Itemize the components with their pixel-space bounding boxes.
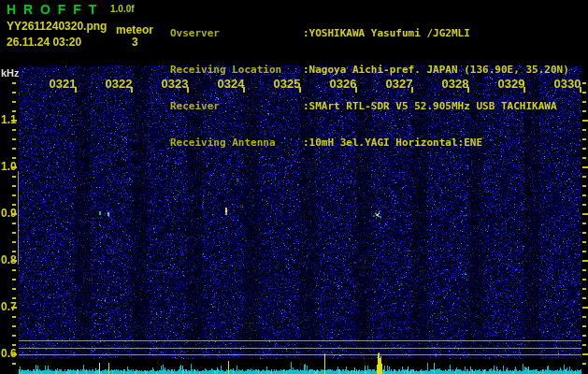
info-row-location: Receiving Location:Nagoya Aichi-pref. JA… xyxy=(170,64,569,76)
freq-tick-label: 0.9 xyxy=(1,207,17,220)
time-tick-label: 0326 xyxy=(330,77,357,91)
info-label: Receiving Location xyxy=(170,64,303,76)
info-row-observer: Ovserver:YOSHIKAWA Yasufumi /JG2MLI xyxy=(170,27,569,39)
info-label: Receiving Antenna xyxy=(170,137,303,149)
hrofft-window: H R O F F T 1.0.0f YY2611240320.png mete… xyxy=(0,0,588,374)
info-value: :YOSHIKAWA Yasufumi /JG2MLI xyxy=(303,27,470,39)
datetime-label: 26.11.24 03:20 xyxy=(7,36,81,49)
app-version: 1.0.0f xyxy=(110,4,135,14)
time-tick-label: 0328 xyxy=(442,77,469,91)
output-filename: YY2611240320.png xyxy=(7,20,107,33)
time-tick-label: 0323 xyxy=(162,77,189,91)
freq-tick-label: 1.0 xyxy=(1,160,17,173)
info-label: Receiver xyxy=(170,100,303,112)
info-label: Ovserver xyxy=(170,27,303,39)
time-tick-label: 0321 xyxy=(50,77,77,91)
mode-label: meteor xyxy=(116,23,153,36)
info-row-antenna: Receiving Antenna:10mH 3el.YAGI Horizont… xyxy=(170,137,569,149)
time-tick-label: 0327 xyxy=(386,77,413,91)
freq-tick-label: 0.6 xyxy=(1,347,17,360)
time-tick-label: 0329 xyxy=(498,77,525,91)
freq-axis-unit: kHz xyxy=(1,67,20,79)
freq-tick-label: 0.7 xyxy=(1,300,17,313)
time-tick-label: 0330 xyxy=(554,77,581,91)
info-row-receiver: Receiver:SMArt RTL-SDR V5 52.905MHz USB … xyxy=(170,100,569,112)
info-value: :Nagoya Aichi-pref. JAPAN (136.90E, 35.2… xyxy=(303,64,569,76)
info-value: :10mH 3el.YAGI Horizontal:ENE xyxy=(303,137,482,149)
app-title: H R O F F T xyxy=(7,2,98,17)
freq-tick-label: 1.1 xyxy=(1,113,17,126)
time-tick-label: 0325 xyxy=(274,77,301,91)
freq-tick-label: 0.8 xyxy=(1,253,17,266)
time-tick-label: 0322 xyxy=(106,77,133,91)
info-value: :SMArt RTL-SDR V5 52.905MHz USB TACHIKAW… xyxy=(303,100,557,112)
meteor-count: 3 xyxy=(132,36,138,49)
time-tick-label: 0324 xyxy=(218,77,245,91)
